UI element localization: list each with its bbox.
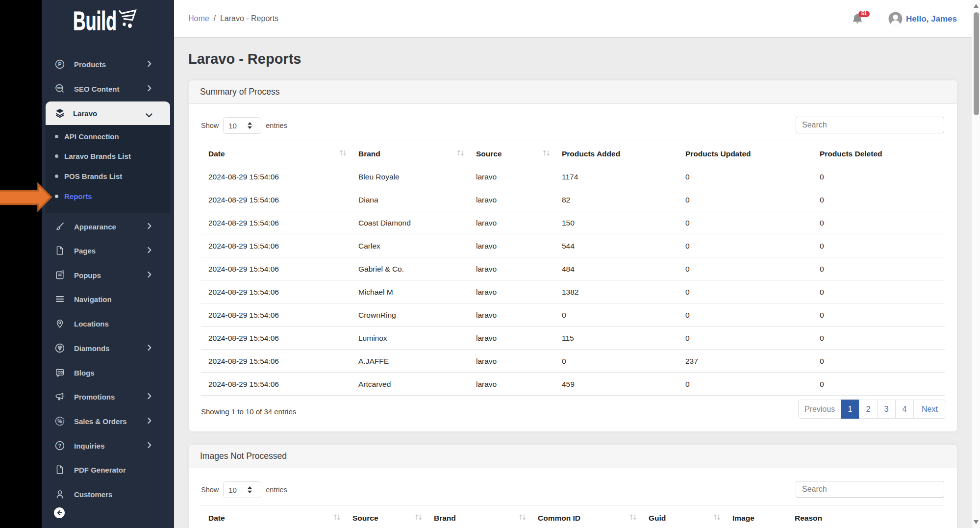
svg-text:%: % (57, 418, 62, 424)
svg-text:SEO: SEO (57, 87, 62, 90)
svg-text:P: P (58, 61, 61, 67)
svg-text:Build: Build (73, 6, 117, 35)
svg-text:?: ? (58, 443, 61, 449)
